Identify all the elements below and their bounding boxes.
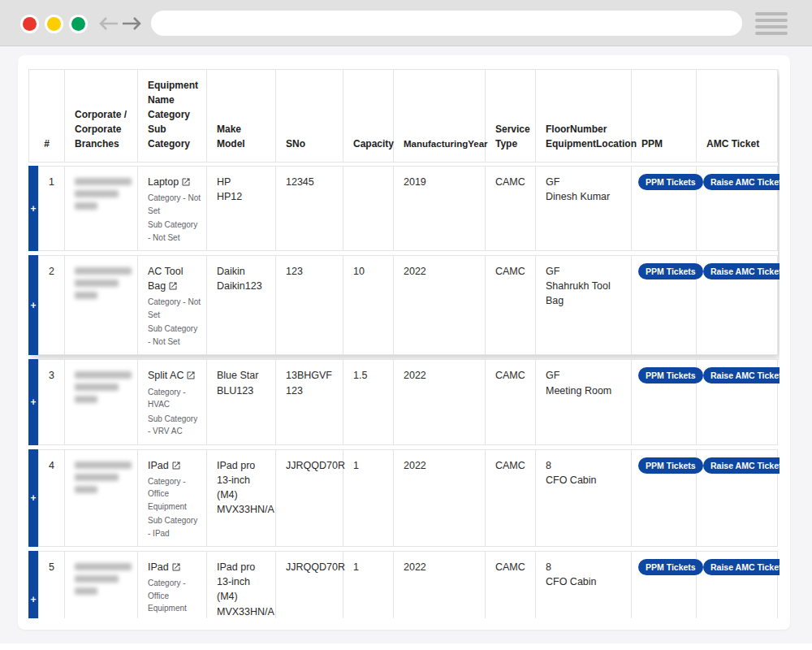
page-background: # Corporate / Corporate Branches Equipme… — [0, 46, 812, 644]
floor-location-cell: GFShahrukh Tool Bag — [536, 255, 632, 355]
plus-icon: + — [30, 204, 36, 214]
open-in-new-icon[interactable] — [181, 177, 191, 187]
corporate-redacted-cell — [65, 551, 138, 618]
service-type-cell: CAMC — [486, 449, 536, 548]
capacity-cell: 1 — [343, 551, 394, 618]
service-type-cell: CAMC — [486, 255, 536, 355]
row-index: 4 — [38, 449, 65, 548]
table-scroll-area[interactable]: # Corporate / Corporate Branches Equipme… — [28, 69, 780, 618]
ppm-cell: PPM Tickets — [632, 166, 697, 251]
raise-amc-ticket-button[interactable]: Raise AMC Ticket — [703, 559, 780, 575]
open-in-new-icon[interactable] — [168, 281, 178, 291]
table-row: + 4 IPad Category - Office Equipment Sub… — [28, 449, 778, 548]
plus-icon: + — [30, 493, 36, 503]
corporate-redacted-cell — [65, 166, 138, 251]
floor-location-cell: GFDinesh Kumar — [536, 166, 632, 251]
expand-row-button[interactable]: + — [28, 551, 38, 618]
forward-button[interactable] — [120, 15, 143, 32]
model-text: MVX33HN/A — [217, 604, 270, 619]
maximize-window-button[interactable] — [71, 17, 85, 31]
year-cell: 2022 — [394, 449, 486, 548]
make-model-cell: Blue StarBLU123 — [207, 359, 276, 444]
location-text: Meeting Room — [546, 384, 626, 398]
equipment-name-link[interactable]: Laptop — [148, 176, 179, 188]
raise-amc-ticket-button[interactable]: Raise AMC Ticket — [703, 367, 780, 384]
equipment-subcategory: Sub Category - Not Set — [148, 219, 201, 244]
expand-row-button[interactable]: + — [28, 255, 38, 355]
year-cell: 2022 — [394, 551, 486, 618]
make-text: Daikin — [217, 264, 270, 279]
floor-text: 8 — [546, 560, 626, 574]
expand-row-button[interactable]: + — [28, 166, 38, 251]
sno-cell: 13BHGVF 123 — [276, 359, 343, 444]
make-model-cell: DaikinDaikin123 — [207, 255, 276, 355]
equipment-cell: IPad Category - Office Equipment Sub Cat… — [138, 551, 207, 618]
back-arrow-icon — [97, 15, 120, 32]
open-in-new-icon[interactable] — [171, 562, 181, 572]
header-amc-ticket: AMC Ticket — [697, 69, 778, 162]
equipment-subcategory: Sub Category - Not Set — [148, 323, 201, 348]
raise-amc-ticket-button[interactable]: Raise AMC Ticket — [703, 457, 780, 474]
location-text: Dinesh Kumar — [546, 189, 626, 204]
ppm-tickets-button[interactable]: PPM Tickets — [638, 559, 703, 575]
ppm-tickets-button[interactable]: PPM Tickets — [638, 457, 703, 474]
make-model-cell: IPad pro 13-inch (M4)MVX33HN/A — [207, 551, 276, 618]
equipment-name-link[interactable]: IPad — [148, 460, 169, 471]
make-model-cell: IPad pro 13-inch (M4)MVX33HN/A — [207, 449, 276, 548]
make-text: HP — [217, 175, 270, 189]
header-ppm: PPM — [632, 69, 697, 162]
year-cell: 2022 — [394, 359, 486, 444]
back-button[interactable] — [97, 15, 120, 32]
row-index: 1 — [38, 166, 65, 251]
amc-cell: Raise AMC Ticket — [697, 166, 778, 251]
table-row: + 3 Split AC Category - HVAC Sub Categor… — [28, 359, 778, 444]
menu-icon[interactable] — [755, 12, 788, 38]
equipment-name-link[interactable]: IPad — [148, 561, 169, 573]
raise-amc-ticket-button[interactable]: Raise AMC Ticket — [703, 263, 780, 280]
capacity-cell: 10 — [343, 255, 394, 355]
close-window-button[interactable] — [23, 17, 37, 31]
capacity-cell: 1.5 — [343, 359, 394, 444]
amc-cell: Raise AMC Ticket — [697, 449, 778, 548]
floor-location-cell: GFMeeting Room — [536, 359, 632, 444]
row-index: 3 — [38, 359, 65, 444]
capacity-cell: 1 — [343, 449, 394, 548]
minimize-window-button[interactable] — [47, 17, 61, 31]
table-row: + 1 Laptop Category - Not Set Sub Catego… — [28, 166, 778, 251]
ppm-cell: PPM Tickets — [632, 359, 697, 444]
raise-amc-ticket-button[interactable]: Raise AMC Ticket — [703, 174, 780, 190]
plus-icon: + — [30, 301, 36, 310]
table-header-row: # Corporate / Corporate Branches Equipme… — [28, 69, 778, 162]
equipment-subcategory: Sub Category - IPad — [148, 514, 201, 540]
equipment-subcategory: Sub Category - IPad — [148, 617, 201, 618]
model-text: MVX33HN/A — [217, 502, 270, 517]
equipment-subcategory: Sub Category - VRV AC — [148, 413, 201, 438]
open-in-new-icon[interactable] — [171, 461, 181, 470]
location-text: CFO Cabin — [546, 473, 626, 488]
corporate-redacted-cell — [65, 449, 138, 548]
row-index: 5 — [38, 551, 65, 618]
service-type-cell: CAMC — [486, 166, 536, 251]
equipment-name-link[interactable]: Split AC — [148, 370, 184, 381]
ppm-cell: PPM Tickets — [632, 551, 697, 618]
expand-row-button[interactable]: + — [28, 449, 38, 548]
capacity-cell — [343, 166, 394, 251]
model-text: HP12 — [217, 189, 270, 204]
plus-icon: + — [30, 595, 36, 604]
location-text: CFO Cabin — [546, 574, 626, 589]
ppm-tickets-button[interactable]: PPM Tickets — [638, 367, 703, 384]
ppm-tickets-button[interactable]: PPM Tickets — [638, 263, 703, 280]
corporate-redacted-cell — [65, 359, 138, 444]
open-in-new-icon[interactable] — [186, 370, 196, 380]
header-manufacturing-year: ManufacturingYear — [394, 69, 486, 162]
equipment-category: Category - Not Set — [148, 192, 201, 217]
make-model-cell: HPHP12 — [207, 166, 276, 251]
amc-cell: Raise AMC Ticket — [697, 551, 778, 618]
url-input[interactable] — [151, 11, 742, 36]
equipment-cell: Laptop Category - Not Set Sub Category -… — [138, 166, 207, 251]
expand-row-button[interactable]: + — [28, 359, 38, 444]
header-service-type: Service Type — [486, 69, 536, 162]
ppm-tickets-button[interactable]: PPM Tickets — [638, 174, 703, 190]
equipment-cell: AC Tool Bag Category - Not Set Sub Categ… — [138, 255, 207, 355]
sno-cell: 12345 — [276, 166, 343, 251]
